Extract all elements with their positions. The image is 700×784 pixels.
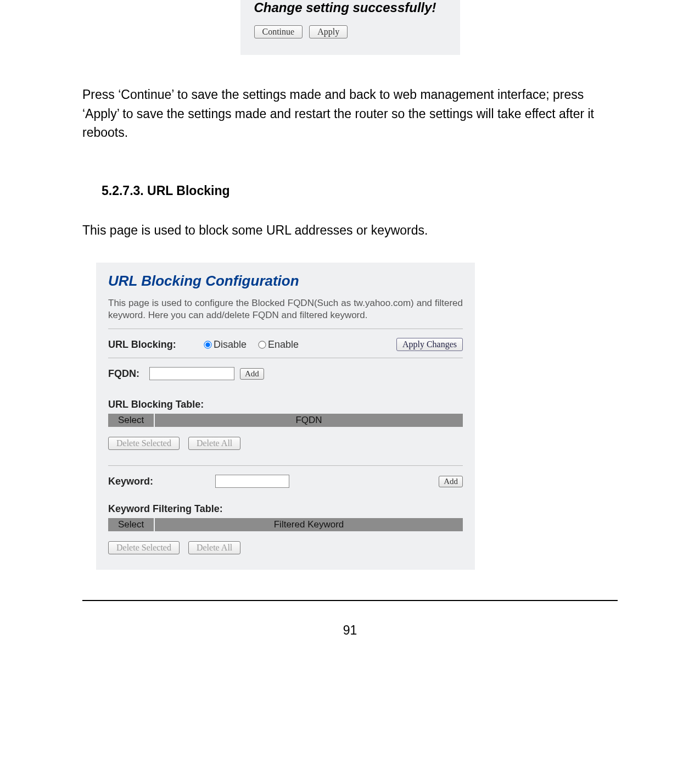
fqdn-add-button[interactable]: Add <box>240 368 264 380</box>
keyword-delete-all-button[interactable]: Delete All <box>188 541 240 554</box>
column-filtered-keyword: Filtered Keyword <box>155 518 463 531</box>
disable-radio-wrap[interactable]: Disable <box>204 339 247 351</box>
section-heading: 5.2.7.3. URL Blocking <box>102 184 618 198</box>
keyword-filtering-table-title: Keyword Filtering Table: <box>108 503 463 515</box>
keyword-label: Keyword: <box>108 476 210 487</box>
apply-button[interactable]: Apply <box>309 25 348 38</box>
column-select: Select <box>108 414 155 427</box>
url-blocking-row: URL Blocking: Disable Enable Apply Chang… <box>108 338 463 351</box>
divider <box>108 358 463 358</box>
keyword-input[interactable] <box>215 475 289 488</box>
success-title: Change setting successfully! <box>254 0 452 25</box>
panel-title: URL Blocking Configuration <box>108 273 463 290</box>
apply-changes-button[interactable]: Apply Changes <box>396 338 463 351</box>
keyword-row: Keyword: Add <box>108 475 463 488</box>
page-number: 91 <box>0 623 700 654</box>
url-table-delete-row: Delete Selected Delete All <box>108 437 463 450</box>
success-panel: Change setting successfully! Continue Ap… <box>240 0 460 55</box>
url-blocking-table-title: URL Blocking Table: <box>108 399 463 410</box>
body-paragraph: Press ‘Continue’ to save the settings ma… <box>82 85 618 142</box>
column-fqdn: FQDN <box>155 414 463 427</box>
keyword-add-button[interactable]: Add <box>439 476 463 487</box>
fqdn-input[interactable] <box>149 367 234 380</box>
disable-radio[interactable] <box>204 341 211 348</box>
fqdn-row: FQDN: Add <box>108 367 463 380</box>
enable-radio-label: Enable <box>268 339 299 351</box>
disable-radio-label: Disable <box>214 339 247 351</box>
url-blocking-config-panel: URL Blocking Configuration This page is … <box>96 263 475 570</box>
continue-button[interactable]: Continue <box>254 25 303 38</box>
enable-radio[interactable] <box>258 341 266 348</box>
fqdn-label: FQDN: <box>108 368 144 380</box>
enable-radio-wrap[interactable]: Enable <box>259 339 299 351</box>
column-select: Select <box>108 518 155 531</box>
keyword-filtering-table-header: Select Filtered Keyword <box>108 518 463 531</box>
divider <box>108 465 463 466</box>
footer-rule <box>82 600 618 601</box>
keyword-table-delete-row: Delete Selected Delete All <box>108 541 463 554</box>
url-delete-all-button[interactable]: Delete All <box>188 437 240 450</box>
success-button-row: Continue Apply <box>254 25 452 38</box>
section-intro: This page is used to block some URL addr… <box>82 223 618 238</box>
url-delete-selected-button[interactable]: Delete Selected <box>108 437 180 450</box>
panel-description: This page is used to configure the Block… <box>108 297 463 323</box>
url-blocking-table-header: Select FQDN <box>108 414 463 427</box>
keyword-delete-selected-button[interactable]: Delete Selected <box>108 541 180 554</box>
url-blocking-label: URL Blocking: <box>108 339 199 351</box>
divider <box>108 329 463 329</box>
